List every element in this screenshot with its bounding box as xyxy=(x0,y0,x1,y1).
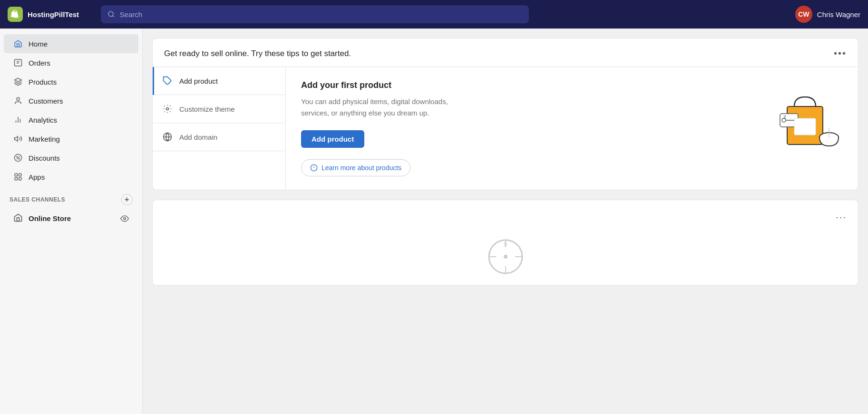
search-input[interactable] xyxy=(120,10,522,19)
product-illustration: Z xyxy=(757,80,843,156)
tip-detail-text: Add your first product You can add physi… xyxy=(301,80,748,176)
orders-icon xyxy=(13,58,23,67)
svg-marker-5 xyxy=(15,78,22,82)
user-area: CW Chris Wagner xyxy=(795,6,860,23)
online-store-left: Online Store xyxy=(13,213,71,224)
products-icon xyxy=(13,77,23,87)
svg-rect-19 xyxy=(17,218,20,221)
tip-item-add-domain[interactable]: Add domain xyxy=(153,123,285,151)
sales-channels-label: SALES CHANNELS xyxy=(10,196,65,203)
sidebar-label-apps: Apps xyxy=(29,173,45,181)
marketing-icon xyxy=(13,134,23,144)
learn-more-button[interactable]: Learn more about products xyxy=(301,159,410,176)
svg-rect-16 xyxy=(19,173,21,176)
svg-point-37 xyxy=(504,255,507,259)
svg-text:N: N xyxy=(504,242,507,247)
discounts-icon xyxy=(13,153,23,163)
svg-rect-17 xyxy=(15,178,17,180)
user-name: Chris Wagner xyxy=(817,10,860,19)
card-more-options-button[interactable]: ••• xyxy=(834,48,847,59)
sales-channels-section: SALES CHANNELS + xyxy=(0,186,142,208)
second-card-content: N xyxy=(153,228,858,285)
sidebar-item-apps[interactable]: Apps xyxy=(4,167,138,186)
sidebar-label-home: Home xyxy=(29,40,48,48)
svg-point-14 xyxy=(19,159,20,160)
tips-list: Add product Customize theme xyxy=(153,67,286,190)
sidebar-item-home[interactable]: Home xyxy=(4,34,138,53)
sidebar-item-customers[interactable]: Customers xyxy=(4,91,138,110)
search-icon xyxy=(107,10,115,18)
svg-marker-10 xyxy=(15,136,18,142)
sidebar-item-orders[interactable]: Orders xyxy=(4,53,138,72)
svg-rect-15 xyxy=(15,173,17,176)
svg-point-20 xyxy=(124,217,126,220)
analytics-icon xyxy=(13,115,23,125)
second-card-header: ... xyxy=(153,200,858,228)
tip-label-add-product: Add product xyxy=(179,77,218,85)
tip-detail-description: You can add physical items, digital down… xyxy=(301,96,472,119)
avatar: CW xyxy=(795,6,812,23)
svg-line-1 xyxy=(113,16,114,17)
svg-point-13 xyxy=(17,156,18,157)
tip-label-add-domain: Add domain xyxy=(179,133,217,141)
sidebar: Home Orders Products xyxy=(0,29,143,414)
store-icon xyxy=(13,213,23,224)
search-bar[interactable] xyxy=(101,5,529,23)
sidebar-item-online-store[interactable]: Online Store xyxy=(4,208,138,229)
sidebar-label-customers: Customers xyxy=(29,97,63,105)
main-content: Get ready to sell online. Try these tips… xyxy=(143,29,868,414)
svg-point-6 xyxy=(17,97,20,100)
shopify-logo-icon xyxy=(8,7,23,22)
svg-rect-18 xyxy=(19,178,21,180)
theme-icon xyxy=(162,104,173,114)
svg-rect-33 xyxy=(794,118,816,135)
tips-layout: Add product Customize theme xyxy=(153,67,858,190)
top-navigation: HostingPillTest CW Chris Wagner xyxy=(0,0,868,29)
sidebar-label-products: Products xyxy=(29,78,57,86)
domain-icon xyxy=(162,132,173,142)
add-product-button[interactable]: Add product xyxy=(301,130,364,148)
learn-more-label: Learn more about products xyxy=(322,164,401,172)
customers-icon xyxy=(13,96,23,106)
tip-detail-title: Add your first product xyxy=(301,80,748,90)
tip-item-add-product[interactable]: Add product xyxy=(153,67,285,95)
brand-area: HostingPillTest xyxy=(8,7,93,22)
home-icon xyxy=(13,39,23,48)
tip-item-customize-theme[interactable]: Customize theme xyxy=(153,95,285,123)
sidebar-item-discounts[interactable]: Discounts xyxy=(4,148,138,167)
sidebar-label-orders: Orders xyxy=(29,59,50,67)
apps-icon xyxy=(13,172,23,182)
card-title: Get ready to sell online. Try these tips… xyxy=(164,49,351,58)
sidebar-item-marketing[interactable]: Marketing xyxy=(4,129,138,148)
sidebar-label-marketing: Marketing xyxy=(29,135,60,143)
tip-detail: Add your first product You can add physi… xyxy=(286,67,858,190)
add-sales-channel-button[interactable]: + xyxy=(121,194,133,205)
sidebar-item-analytics[interactable]: Analytics xyxy=(4,110,138,129)
eye-icon[interactable] xyxy=(120,214,129,223)
svg-point-0 xyxy=(108,11,113,16)
tag-icon xyxy=(162,76,173,86)
sidebar-label-analytics: Analytics xyxy=(29,116,57,124)
second-card-more-options-button[interactable]: ... xyxy=(836,210,847,221)
svg-point-22 xyxy=(166,108,169,110)
svg-text:Z: Z xyxy=(783,115,786,120)
online-store-label: Online Store xyxy=(29,214,71,222)
getting-started-card: Get ready to sell online. Try these tips… xyxy=(152,38,858,190)
tip-label-customize-theme: Customize theme xyxy=(179,105,235,113)
card-header: Get ready to sell online. Try these tips… xyxy=(153,39,858,67)
sidebar-item-products[interactable]: Products xyxy=(4,72,138,91)
main-layout: Home Orders Products xyxy=(0,29,868,414)
store-name: HostingPillTest xyxy=(28,10,79,19)
sidebar-label-discounts: Discounts xyxy=(29,154,60,162)
second-card: ... N xyxy=(152,200,858,286)
